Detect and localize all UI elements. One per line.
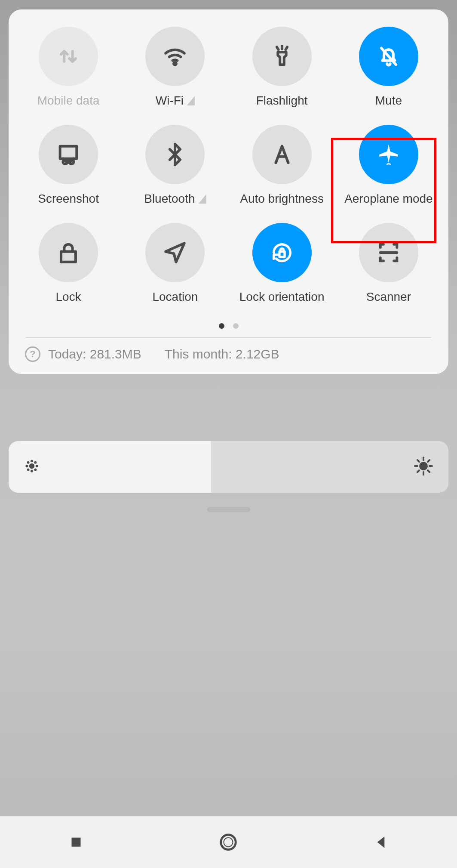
tile-label: Mobile data [37,94,100,108]
svg-point-20 [35,462,36,463]
svg-rect-11 [61,252,76,262]
navigation-bar [0,816,457,868]
lock-icon [39,223,98,282]
svg-point-19 [28,462,29,463]
brightness-low-icon [23,457,40,476]
svg-point-16 [31,470,32,472]
tile-lock-orientation[interactable]: Lock orientation [231,223,333,304]
page-indicator[interactable] [17,323,440,329]
svg-point-21 [28,469,29,470]
letter-a-icon [252,125,312,184]
wifi-icon [145,27,205,86]
tile-label: Wi-Fi [156,94,195,108]
tile-flashlight[interactable]: Flashlight [231,27,333,108]
svg-rect-5 [60,146,77,159]
svg-line-29 [428,470,429,472]
svg-line-30 [417,470,419,472]
svg-point-34 [224,837,233,846]
flashlight-icon [252,27,312,86]
tile-label: Auto brightness [240,192,324,206]
tile-label: Lock [56,290,81,304]
tile-auto-brightness[interactable]: Auto brightness [231,125,333,206]
svg-line-3 [285,47,287,49]
svg-point-14 [30,464,34,468]
quick-tiles-grid: Mobile dataWi-FiFlashlightMuteScreenshot… [17,27,440,304]
svg-point-0 [174,62,176,65]
home-button[interactable] [218,831,239,853]
svg-line-31 [428,460,429,462]
tile-location[interactable]: Location [124,223,226,304]
svg-point-33 [221,835,236,850]
tile-bluetooth[interactable]: Bluetooth [124,125,226,206]
tile-aeroplane-mode[interactable]: Aeroplane mode [337,125,440,206]
svg-line-2 [277,47,279,49]
brightness-high-icon [413,456,434,478]
panel-drag-handle[interactable] [207,507,250,512]
divider [26,337,431,338]
scanner-icon [359,223,418,282]
signal-icon [199,194,206,204]
airplane-icon [359,125,418,184]
svg-rect-32 [72,838,81,847]
screenshot-icon [39,125,98,184]
svg-point-18 [36,465,37,466]
tile-label: Aeroplane mode [344,192,432,206]
svg-point-15 [31,460,32,462]
tile-lock[interactable]: Lock [17,223,120,304]
tile-mute[interactable]: Mute [337,27,440,108]
bell-slash-icon [359,27,418,86]
tile-label: Flashlight [256,94,308,108]
location-icon [145,223,205,282]
tile-label: Bluetooth [144,192,206,206]
usage-month-label: This month: 2.12GB [165,347,279,361]
tile-wifi[interactable]: Wi-Fi [124,27,226,108]
svg-point-23 [420,463,427,470]
tile-scanner[interactable]: Scanner [337,223,440,304]
usage-today-label: Today: 281.3MB [48,347,141,361]
tile-label: Screenshot [38,192,99,206]
page-dot-1 [219,323,224,329]
tile-screenshot[interactable]: Screenshot [17,125,120,206]
tile-label: Mute [375,94,402,108]
data-usage-row[interactable]: ? Today: 281.3MB This month: 2.12GB [17,346,440,362]
arrows-updown-icon [39,27,98,86]
svg-line-28 [417,460,419,462]
quick-settings-panel: Mobile dataWi-FiFlashlightMuteScreenshot… [9,9,448,374]
svg-point-22 [35,469,36,470]
page-dot-2 [233,323,239,329]
tile-label: Scanner [366,290,411,304]
recents-button[interactable] [65,831,87,853]
brightness-slider[interactable] [9,441,448,493]
svg-point-17 [26,465,28,466]
rotation-lock-icon [252,223,312,282]
bluetooth-icon [145,125,205,184]
help-icon: ? [25,346,40,362]
signal-icon [187,96,195,105]
back-button[interactable] [370,831,392,853]
tile-label: Location [152,290,198,304]
tile-label: Lock orientation [239,290,325,304]
tile-mobile-data[interactable]: Mobile data [17,27,120,108]
